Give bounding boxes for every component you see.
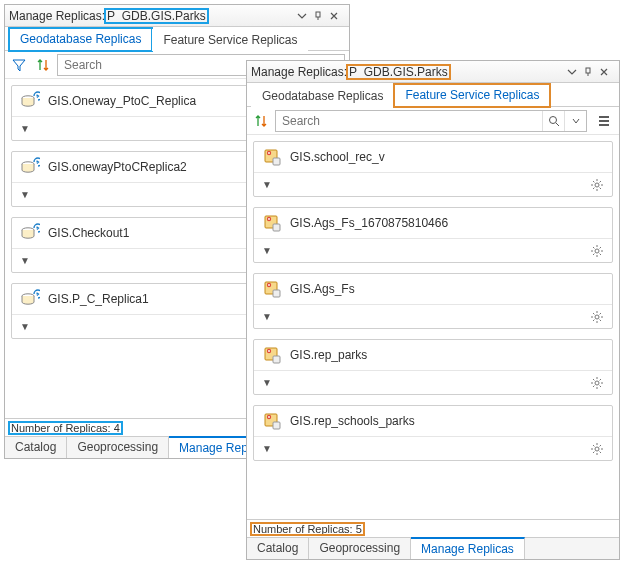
replica-gdb-icon [20, 91, 40, 111]
replica-card[interactable]: GIS.Ags_Fs_1670875810466 ▼ [253, 207, 613, 263]
bottom-tab-geoprocessing[interactable]: Geoprocessing [67, 437, 169, 458]
replica-name: GIS.Oneway_PtoC_Replica [48, 94, 196, 108]
svg-line-85 [600, 319, 601, 320]
replica-fs-icon [262, 213, 282, 233]
replica-name: GIS.rep_parks [290, 348, 367, 362]
replica-list: GIS.school_rec_v ▼ GIS.Ags_Fs_1670875810… [247, 135, 619, 519]
manage-replicas-panel-right: Manage Replicas: P_GDB.GIS.Parks Geodata… [246, 60, 620, 560]
svg-point-105 [595, 447, 599, 451]
replica-name: GIS.school_rec_v [290, 150, 385, 164]
svg-point-53 [595, 183, 599, 187]
expand-chevron-icon[interactable]: ▼ [20, 255, 30, 266]
svg-line-99 [600, 379, 601, 380]
gear-icon[interactable] [590, 376, 604, 390]
gear-icon[interactable] [590, 442, 604, 456]
search-icon[interactable] [542, 111, 564, 131]
bottom-tab-catalog[interactable]: Catalog [5, 437, 67, 458]
svg-point-64 [268, 218, 270, 220]
svg-line-61 [593, 187, 594, 188]
replica-name: GIS.rep_schools_parks [290, 414, 415, 428]
replica-card[interactable]: GIS.rep_schools_parks ▼ [253, 405, 613, 461]
sort-icon[interactable] [33, 55, 53, 75]
menu-icon[interactable] [593, 110, 615, 132]
replica-fs-icon [262, 345, 282, 365]
svg-line-71 [593, 247, 594, 248]
svg-point-51 [268, 152, 270, 154]
svg-line-73 [600, 247, 601, 248]
svg-point-44 [549, 116, 556, 123]
tab-feature-service-replicas[interactable]: Feature Service Replicas [394, 84, 550, 107]
filter-icon[interactable] [9, 55, 29, 75]
toolbar [247, 107, 619, 135]
svg-rect-91 [273, 356, 280, 363]
svg-line-98 [600, 385, 601, 386]
svg-line-45 [556, 123, 559, 126]
svg-point-66 [595, 249, 599, 253]
replica-count: Number of Replicas: 4 [9, 422, 122, 434]
replica-fs-icon [262, 411, 282, 431]
svg-line-97 [593, 379, 594, 380]
search-box[interactable] [275, 110, 587, 132]
close-button[interactable] [329, 11, 345, 21]
bottom-tab-geoprocessing[interactable]: Geoprocessing [309, 538, 411, 559]
replica-gdb-icon [20, 223, 40, 243]
svg-line-110 [593, 445, 594, 446]
expand-chevron-icon[interactable]: ▼ [20, 123, 30, 134]
tab-geodatabase-replicas[interactable]: Geodatabase Replicas [251, 85, 394, 107]
svg-line-100 [593, 385, 594, 386]
bottom-tab-manage-replicas[interactable]: Manage Replicas [411, 537, 525, 559]
replica-card[interactable]: GIS.rep_parks ▼ [253, 339, 613, 395]
svg-rect-52 [273, 158, 280, 165]
svg-point-77 [268, 284, 270, 286]
tab-feature-service-replicas[interactable]: Feature Service Replicas [152, 29, 308, 51]
svg-line-113 [593, 451, 594, 452]
replica-count: Number of Replicas: 5 [251, 523, 364, 535]
replica-gdb-icon [20, 157, 40, 177]
replica-gdb-icon [20, 289, 40, 309]
gear-icon[interactable] [590, 178, 604, 192]
svg-point-79 [595, 315, 599, 319]
expand-chevron-icon[interactable]: ▼ [20, 321, 30, 332]
replica-card[interactable]: GIS.school_rec_v ▼ [253, 141, 613, 197]
search-dropdown-icon[interactable] [564, 111, 586, 131]
autohide-button[interactable] [297, 11, 313, 21]
tab-geodatabase-replicas[interactable]: Geodatabase Replicas [9, 28, 152, 51]
titlebar: Manage Replicas: P_GDB.GIS.Parks [247, 61, 619, 83]
gear-icon[interactable] [590, 310, 604, 324]
svg-rect-104 [273, 422, 280, 429]
tabs-bottom: Catalog Geoprocessing Manage Replicas [247, 537, 619, 559]
svg-rect-78 [273, 290, 280, 297]
title-prefix: Manage Replicas: [251, 65, 347, 79]
svg-point-92 [595, 381, 599, 385]
title-context: P_GDB.GIS.Parks [347, 65, 450, 79]
svg-line-86 [600, 313, 601, 314]
svg-line-84 [593, 313, 594, 314]
pin-button[interactable] [583, 67, 599, 77]
svg-line-59 [600, 187, 601, 188]
pin-button[interactable] [313, 11, 329, 21]
close-button[interactable] [599, 67, 615, 77]
replica-name: GIS.Checkout1 [48, 226, 129, 240]
svg-rect-65 [273, 224, 280, 231]
expand-chevron-icon[interactable]: ▼ [262, 377, 272, 388]
expand-chevron-icon[interactable]: ▼ [262, 311, 272, 322]
gear-icon[interactable] [590, 244, 604, 258]
expand-chevron-icon[interactable]: ▼ [262, 443, 272, 454]
expand-chevron-icon[interactable]: ▼ [262, 179, 272, 190]
expand-chevron-icon[interactable]: ▼ [262, 245, 272, 256]
replica-card[interactable]: GIS.Ags_Fs ▼ [253, 273, 613, 329]
titlebar: Manage Replicas: P_GDB.GIS.Parks [5, 5, 349, 27]
autohide-button[interactable] [567, 67, 583, 77]
sort-icon[interactable] [251, 111, 271, 131]
svg-line-72 [600, 253, 601, 254]
replica-name: GIS.onewayPtoCReplica2 [48, 160, 187, 174]
search-input[interactable] [276, 114, 542, 128]
replica-fs-icon [262, 279, 282, 299]
svg-line-112 [600, 445, 601, 446]
svg-line-74 [593, 253, 594, 254]
bottom-tab-catalog[interactable]: Catalog [247, 538, 309, 559]
tabs-top: Geodatabase Replicas Feature Service Rep… [5, 27, 349, 51]
tabs-top: Geodatabase Replicas Feature Service Rep… [247, 83, 619, 107]
expand-chevron-icon[interactable]: ▼ [20, 189, 30, 200]
svg-line-111 [600, 451, 601, 452]
